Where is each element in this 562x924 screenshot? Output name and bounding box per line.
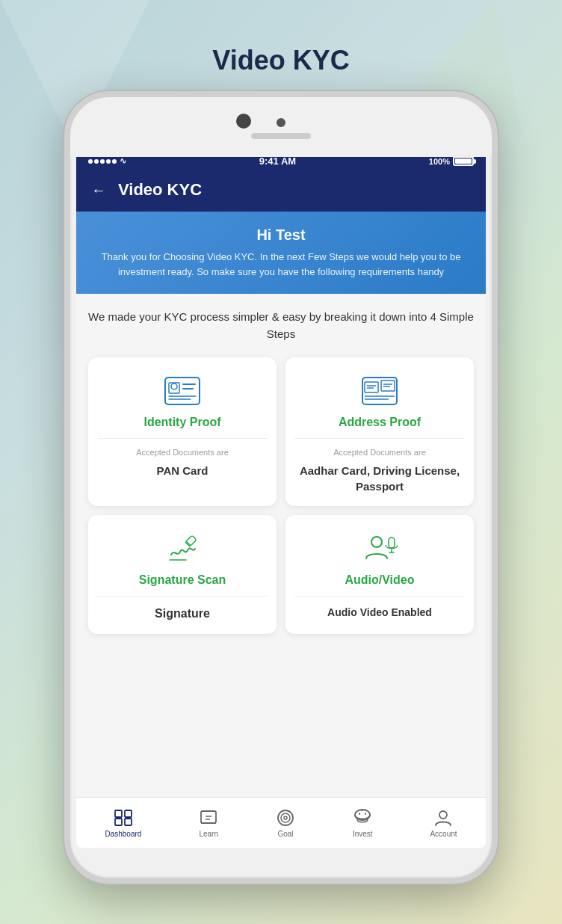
learn-icon [199,808,218,828]
bottom-nav: Dashboard Learn [76,797,486,848]
account-label: Account [430,830,457,838]
svg-point-30 [278,810,293,825]
power-button [496,269,498,321]
status-right: 100% [429,156,474,166]
address-proof-icon [361,372,398,410]
identity-proof-doc-value: PAN Card [157,463,209,478]
battery-icon [453,156,474,166]
svg-rect-0 [165,378,200,404]
camera-lens [277,118,285,127]
learn-label: Learn [199,830,218,838]
goal-label: Goal [277,830,293,838]
app-header-title: Video KYC [118,180,202,200]
signal-dots [88,159,117,164]
status-time: 9:41 AM [259,155,296,167]
address-proof-doc-value: Aadhar Card, Driving License, Passport [294,463,465,494]
audio-video-card[interactable]: Audio/Video Audio Video Enabled [285,515,474,634]
kyc-subtitle: We made your KYC process simpler & easy … [88,309,474,342]
status-left: ∿ [88,156,126,166]
audio-video-divider [294,596,465,597]
phone-mockup: ∿ 9:41 AM 100% ← Video KYC Hi Test Thank… [64,91,498,884]
nav-dashboard[interactable]: Dashboard [105,808,141,838]
vol-up-button [64,247,66,284]
content-area: We made your KYC process simpler & easy … [76,294,486,848]
battery-percent: 100% [429,157,450,166]
invest-icon [353,808,372,828]
welcome-banner: Hi Test Thank you for Choosing Video KYC… [76,212,486,294]
signature-scan-card[interactable]: Signature Scan Signature [88,515,277,634]
nav-invest[interactable]: Invest [353,808,373,838]
identity-proof-divider [97,438,268,439]
audio-video-doc-value: Audio Video Enabled [327,606,432,620]
address-proof-title: Address Proof [339,416,421,429]
dashboard-icon [114,808,133,828]
svg-rect-23 [125,810,132,817]
identity-proof-doc-label: Accepted Documents are [136,448,229,457]
signature-scan-doc-value: Signature [155,606,210,622]
audio-video-icon [361,530,398,567]
audio-video-title: Audio/Video [345,573,414,587]
address-proof-card[interactable]: Address Proof Accepted Documents are Aad… [285,357,474,506]
phone-screen: ∿ 9:41 AM 100% ← Video KYC Hi Test Thank… [76,151,486,848]
svg-point-18 [371,537,382,547]
nav-account[interactable]: Account [430,808,457,838]
svg-rect-24 [115,819,122,825]
address-proof-divider [294,438,465,439]
signature-scan-divider [97,596,268,597]
account-icon [433,808,453,828]
svg-point-31 [281,813,290,822]
identity-proof-card[interactable]: Identity Proof Accepted Documents are PA… [88,357,277,506]
speaker [251,133,311,139]
svg-point-37 [439,811,447,819]
welcome-description: Thank you for Choosing Video KYC. In the… [94,250,468,279]
svg-rect-22 [115,810,122,817]
signature-scan-title: Signature Scan [139,573,226,587]
signature-scan-icon [164,530,201,567]
front-camera [236,114,251,129]
svg-rect-19 [389,538,395,548]
kyc-cards-grid: Identity Proof Accepted Documents are PA… [88,357,474,634]
address-proof-doc-label: Accepted Documents are [333,448,426,457]
svg-rect-26 [201,811,216,823]
vol-down-button [64,295,66,333]
nav-goal[interactable]: Goal [276,808,295,838]
identity-proof-title: Identity Proof [143,416,220,429]
app-header: ← Video KYC [76,171,486,212]
welcome-greeting: Hi Test [94,227,468,244]
svg-rect-25 [125,819,132,825]
page-title: Video KYC [212,45,349,76]
phone-top-bar [70,97,492,157]
svg-point-32 [284,816,287,819]
back-button[interactable]: ← [91,182,106,199]
identity-proof-icon [164,372,201,410]
nav-learn[interactable]: Learn [199,808,218,838]
goal-icon [276,808,295,828]
invest-label: Invest [353,830,373,838]
wifi-icon: ∿ [120,156,126,166]
dashboard-label: Dashboard [105,830,141,838]
